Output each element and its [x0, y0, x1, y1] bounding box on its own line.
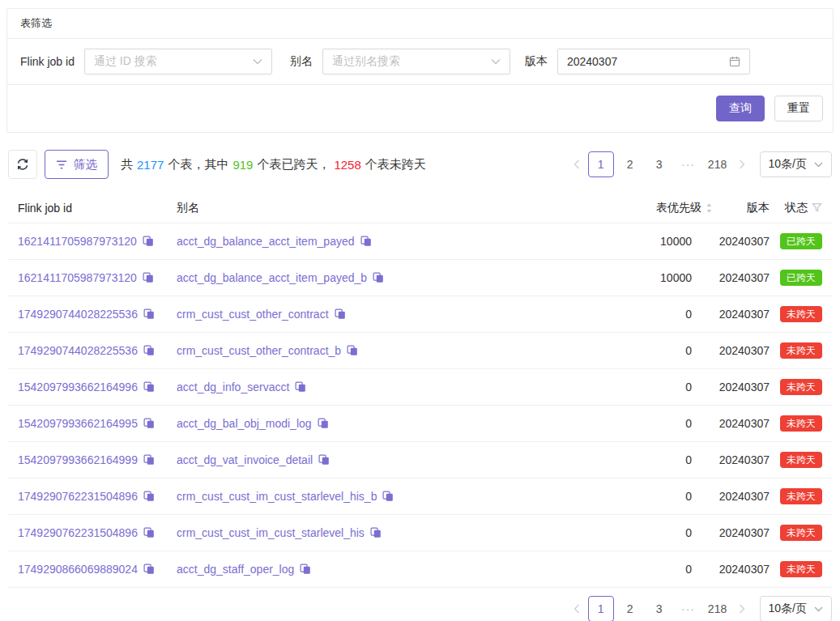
copy-icon[interactable]	[347, 345, 358, 356]
version-value: 20240307	[713, 235, 770, 248]
copy-icon[interactable]	[335, 308, 346, 320]
flink-job-id-value[interactable]: 1749290744028225536	[18, 308, 138, 321]
status-cell: 未跨天	[770, 306, 822, 322]
results-table: Flink job id 别名 表优先级 版本 状态 1621411705987…	[8, 193, 832, 588]
copy-icon[interactable]	[373, 272, 384, 283]
sort-icon[interactable]	[706, 202, 713, 214]
alias-link[interactable]: crm_cust_cust_im_cust_starlevel_his_b	[177, 490, 533, 503]
alias-value[interactable]: acct_dg_vat_invoice_detail	[177, 453, 313, 466]
pagination-page-1[interactable]: 1	[588, 151, 614, 177]
refresh-button[interactable]	[8, 150, 37, 179]
copy-icon[interactable]	[318, 454, 330, 466]
status-badge: 未跨天	[780, 379, 822, 395]
priority-value: 0	[533, 490, 713, 503]
alias-link[interactable]: acct_dg_vat_invoice_detail	[177, 453, 533, 466]
alias-link[interactable]: acct_dg_staff_oper_log	[177, 563, 533, 576]
alias-link[interactable]: acct_dg_balance_acct_item_payed_b	[177, 271, 533, 284]
pagination-page-218[interactable]: 218	[705, 151, 731, 177]
pagination-next-icon[interactable]	[732, 151, 752, 177]
flink-job-id-value[interactable]: 1749290866069889024	[18, 563, 138, 576]
chevron-down-icon	[814, 162, 823, 168]
flink-job-id-value[interactable]: 1621411705987973120	[18, 271, 137, 284]
copy-icon[interactable]	[360, 236, 372, 247]
flink-job-id-link[interactable]: 1749290762231504896	[18, 526, 177, 539]
pagination-prev-icon[interactable]	[567, 596, 586, 621]
flink-job-id-link[interactable]: 1749290762231504896	[18, 490, 177, 503]
copy-icon[interactable]	[143, 418, 155, 429]
alias-value[interactable]: acct_dg_balance_acct_item_payed	[177, 235, 355, 248]
table-row: 1542097993662164995 acct_dg_bal_obj_modi…	[8, 406, 832, 442]
copy-icon[interactable]	[295, 381, 306, 393]
header-priority[interactable]: 表优先级	[533, 201, 713, 215]
alias-value[interactable]: acct_dg_info_servacct	[177, 381, 289, 393]
pagination-page-2[interactable]: 2	[617, 596, 643, 621]
flink-job-id-link[interactable]: 1749290744028225536	[18, 344, 177, 357]
copy-icon[interactable]	[318, 418, 329, 429]
pagination-page-3[interactable]: 3	[646, 596, 672, 621]
flink-job-id-value[interactable]: 1542097993662164996	[18, 381, 138, 393]
flink-job-id-value[interactable]: 1749290762231504896	[18, 490, 138, 503]
copy-icon[interactable]	[143, 564, 155, 575]
pagination-page-218[interactable]: 218	[705, 596, 731, 621]
query-button[interactable]: 查询	[716, 96, 765, 121]
copy-icon[interactable]	[143, 454, 155, 466]
copy-icon[interactable]	[300, 564, 311, 575]
alias-link[interactable]: crm_cust_cust_im_cust_starlevel_his	[177, 526, 533, 539]
table-row: 1749290744028225536 crm_cust_cust_other_…	[8, 296, 832, 333]
table-body: 1621411705987973120 acct_dg_balance_acct…	[8, 223, 832, 588]
flink-job-id-link[interactable]: 1542097993662164995	[18, 417, 177, 430]
copy-icon[interactable]	[143, 491, 155, 502]
flink-job-id-value[interactable]: 1749290762231504896	[18, 526, 138, 539]
pagination-page-1[interactable]: 1	[588, 596, 614, 621]
table-row: 1621411705987973120 acct_dg_balance_acct…	[8, 223, 832, 260]
funnel-filter-icon[interactable]	[812, 202, 822, 213]
alias-value[interactable]: crm_cust_cust_im_cust_starlevel_his_b	[177, 490, 377, 503]
version-date-input[interactable]: 20240307	[557, 49, 750, 74]
copy-icon[interactable]	[143, 345, 155, 356]
page-size-select[interactable]: 10条/页	[760, 151, 832, 177]
alias-link[interactable]: acct_dg_bal_obj_modi_log	[177, 417, 533, 430]
alias-select[interactable]: 通过别名搜索	[322, 49, 510, 74]
copy-icon[interactable]	[143, 236, 154, 247]
reset-button[interactable]: 重置	[774, 96, 823, 121]
copy-icon[interactable]	[143, 381, 155, 393]
alias-value[interactable]: acct_dg_balance_acct_item_payed_b	[177, 271, 367, 284]
flink-job-id-value[interactable]: 1542097993662164999	[18, 453, 138, 466]
pagination-ellipsis: ···	[676, 151, 701, 177]
alias-value[interactable]: crm_cust_cust_im_cust_starlevel_his	[177, 526, 365, 539]
flink-job-id-value[interactable]: 1749290744028225536	[18, 344, 138, 357]
flink-job-id-link[interactable]: 1621411705987973120	[18, 235, 177, 248]
pagination-next-icon[interactable]	[732, 596, 752, 621]
flink-job-id-link[interactable]: 1621411705987973120	[18, 271, 177, 284]
alias-value[interactable]: crm_cust_cust_other_contract_b	[177, 344, 341, 357]
page-size-select[interactable]: 10条/页	[760, 596, 832, 621]
alias-link[interactable]: acct_dg_info_servacct	[177, 381, 533, 393]
alias-link[interactable]: crm_cust_cust_other_contract_b	[177, 344, 533, 357]
alias-value[interactable]: acct_dg_staff_oper_log	[177, 563, 294, 576]
flink-job-id-link[interactable]: 1749290866069889024	[18, 563, 177, 576]
flink-job-id-link[interactable]: 1542097993662164999	[18, 453, 177, 466]
status-cell: 已跨天	[770, 270, 822, 286]
copy-icon[interactable]	[143, 527, 155, 538]
table-header-row: Flink job id 别名 表优先级 版本 状态	[8, 193, 832, 223]
copy-icon[interactable]	[143, 272, 154, 283]
alias-link[interactable]: crm_cust_cust_other_contract	[177, 308, 533, 321]
pagination-page-2[interactable]: 2	[617, 151, 643, 177]
alias-link[interactable]: acct_dg_balance_acct_item_payed	[177, 235, 533, 248]
filter-card-title: 表筛选	[7, 9, 833, 39]
alias-value[interactable]: crm_cust_cust_other_contract	[177, 308, 329, 321]
flink-job-id-value[interactable]: 1621411705987973120	[18, 235, 137, 248]
copy-icon[interactable]	[370, 527, 382, 538]
flink-job-id-link[interactable]: 1749290744028225536	[18, 308, 177, 321]
copy-icon[interactable]	[143, 308, 155, 320]
alias-value[interactable]: acct_dg_bal_obj_modi_log	[177, 417, 312, 430]
copy-icon[interactable]	[382, 491, 394, 502]
pagination-prev-icon[interactable]	[567, 151, 586, 177]
flink-job-id-select[interactable]: 通过 ID 搜索	[84, 49, 272, 74]
priority-value: 0	[533, 308, 713, 321]
filter-toggle-button[interactable]: 筛选	[45, 150, 109, 179]
flink-job-id-link[interactable]: 1542097993662164996	[18, 381, 177, 393]
flink-job-id-value[interactable]: 1542097993662164995	[18, 417, 138, 430]
pagination-page-3[interactable]: 3	[646, 151, 672, 177]
header-status[interactable]: 状态	[770, 201, 822, 215]
